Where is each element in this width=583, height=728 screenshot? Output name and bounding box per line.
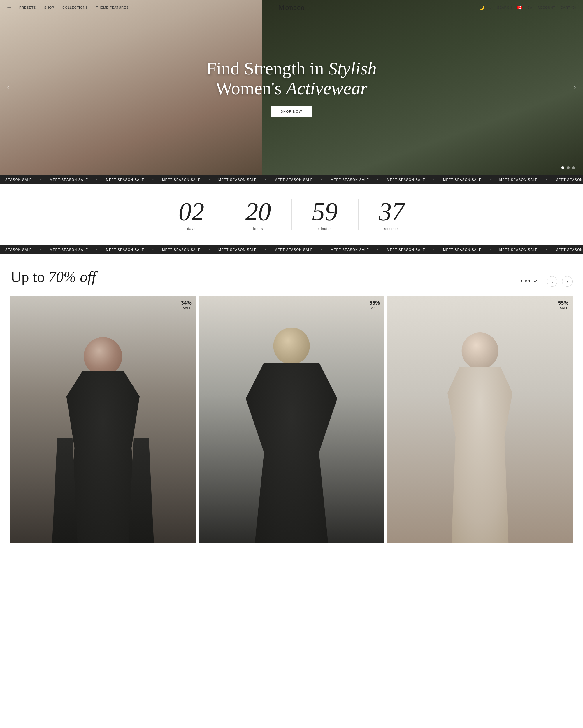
ticker-item: MEET SEASON SALE	[331, 178, 369, 181]
ticker-item: MEET SEASON SALE	[50, 178, 88, 181]
ticker-dot: •	[40, 178, 42, 181]
hero-dot-2[interactable]	[567, 166, 570, 169]
countdown-minutes-value: 59	[312, 199, 338, 225]
nav-shop[interactable]: SHOP	[44, 6, 55, 9]
sale-title-prefix: Up to	[10, 269, 48, 285]
ticker-inner-top: SEASON SALE•MEET SEASON SALE•MEET SEASON…	[0, 178, 583, 181]
ticker-item: MEET SEASON SALE	[106, 248, 144, 252]
search-icon[interactable]: ⌕	[490, 5, 492, 10]
badge-sale-2: SALE	[369, 306, 380, 309]
ticker-item: MEET SEASON SALE	[162, 248, 200, 252]
ticker-item: MEET SEASON SALE	[387, 178, 425, 181]
countdown-minutes-label: minutes	[318, 227, 332, 230]
hero-dot-1[interactable]	[561, 166, 564, 169]
hero-title: Find Strength in Stylish Women's Activew…	[206, 58, 377, 98]
ticker-dot: •	[546, 178, 547, 181]
ticker-dot: •	[546, 248, 547, 252]
nav-presets[interactable]: PRESETS	[19, 6, 36, 9]
product-badge-1: 34% SALE	[181, 300, 192, 309]
nav-collections[interactable]: COLLECTIONS	[62, 6, 88, 9]
sale-next-button[interactable]: ›	[562, 276, 573, 287]
hamburger-icon[interactable]: ☰	[7, 5, 11, 10]
product-figure-1	[52, 333, 154, 543]
sale-header: Up to 70% off SHOP SALE ‹ ›	[10, 268, 573, 287]
figure-body-2	[246, 363, 337, 543]
ticker-bottom: SEASON SALE•MEET SEASON SALE•MEET SEASON…	[0, 245, 583, 254]
sale-section: Up to 70% off SHOP SALE ‹ › 34% SALE	[0, 254, 583, 543]
ticker-dot: •	[490, 178, 491, 181]
countdown-seconds: 37 seconds	[359, 199, 425, 230]
ticker-dot: •	[377, 178, 379, 181]
hero-title-line2: Women's	[215, 78, 286, 98]
ticker-dot: •	[265, 248, 267, 252]
countdown-minutes: 59 minutes	[292, 199, 359, 230]
ticker-top: SEASON SALE•MEET SEASON SALE•MEET SEASON…	[0, 175, 583, 184]
hero-prev-button[interactable]: ‹	[5, 81, 11, 94]
nav-theme-features[interactable]: THEME FEATURES	[96, 6, 129, 9]
ticker-dot: •	[96, 248, 98, 252]
ticker-item: MEET SEASON SALE	[555, 248, 583, 252]
shop-sale-link[interactable]: SHOP SALE	[521, 279, 542, 284]
sale-prev-button[interactable]: ‹	[547, 276, 557, 287]
product-card-2[interactable]: 55% SALE	[199, 296, 384, 543]
product-badge-3: 55% SALE	[558, 300, 568, 309]
ticker-dot: •	[40, 248, 42, 252]
countdown-seconds-value: 37	[379, 199, 405, 225]
ticker-dot: •	[321, 178, 323, 181]
ticker-dot: •	[152, 248, 154, 252]
countdown-section: 02 days 20 hours 59 minutes 37 seconds	[0, 184, 583, 245]
countdown-days-label: days	[187, 227, 196, 230]
product-grid: 34% SALE 55% SALE 55%	[10, 296, 573, 543]
ticker-item: MEET SEASON SALE	[162, 178, 200, 181]
countdown-days-value: 02	[179, 199, 204, 225]
ticker-item: MEET SEASON SALE	[275, 178, 313, 181]
ticker-item: MEET SEASON SALE	[106, 178, 144, 181]
product-card-3[interactable]: 55% SALE	[387, 296, 573, 543]
ticker-item: MEET SEASON SALE	[387, 248, 425, 252]
cart-link[interactable]: CART (0)	[560, 6, 576, 9]
countdown-hours-label: hours	[253, 227, 263, 230]
hero-section: ‹ Find Strength in Stylish Women's Activ…	[0, 0, 583, 175]
dark-mode-icon[interactable]: 🌙	[479, 5, 484, 10]
ticker-dot: •	[490, 248, 491, 252]
ticker-dot: •	[96, 178, 98, 181]
hero-dot-3[interactable]	[572, 166, 575, 169]
ticker-item: MEET SEASON SALE	[50, 248, 88, 252]
badge-percent-1: 34%	[181, 300, 192, 306]
ticker-dot: •	[209, 248, 210, 252]
ticker-dot: •	[152, 178, 154, 181]
hero-title-italic2: Activewear	[286, 78, 368, 98]
badge-percent-2: 55%	[369, 300, 380, 306]
figure-head-1	[84, 337, 122, 376]
hero-title-italic1: Stylish	[329, 58, 377, 78]
nav-brand: Monaco	[278, 3, 305, 12]
region-label[interactable]: CA	[527, 6, 532, 9]
ticker-item: MEET SEASON SALE	[275, 248, 313, 252]
hero-cta-button[interactable]: SHOP NOW	[271, 106, 312, 117]
search-label[interactable]: SEARCH	[497, 6, 512, 9]
figure-arm-left-1	[52, 438, 78, 543]
hero-content: Find Strength in Stylish Women's Activew…	[200, 58, 383, 117]
ticker-item: MEET SEASON SALE	[331, 248, 369, 252]
product-card-1[interactable]: 34% SALE	[10, 296, 196, 543]
figure-arm-right-1	[129, 438, 154, 543]
brand-name[interactable]: Monaco	[278, 3, 305, 12]
ticker-item: MEET SEASON SALE	[218, 248, 257, 252]
ticker-item: MEET SEASON SALE	[555, 178, 583, 181]
ticker-dot: •	[434, 248, 435, 252]
badge-sale-1: SALE	[181, 306, 192, 309]
nav-right: 🌙 ⌕ SEARCH 🇨🇦 CA ACCOUNT CART (0)	[479, 5, 576, 10]
sale-header-right: SHOP SALE ‹ ›	[521, 276, 573, 287]
ticker-item: MEET SEASON SALE	[443, 178, 481, 181]
hero-next-button[interactable]: ›	[572, 81, 578, 94]
figure-body-3	[439, 367, 521, 543]
countdown-days: 02 days	[158, 199, 225, 230]
nav-left: ☰ PRESETS SHOP COLLECTIONS THEME FEATURE…	[7, 5, 129, 10]
countdown-hours-value: 20	[245, 199, 271, 225]
countdown-seconds-label: seconds	[384, 227, 399, 230]
ticker-dot: •	[434, 178, 435, 181]
account-link[interactable]: ACCOUNT	[537, 6, 555, 9]
ticker-dot: •	[377, 248, 379, 252]
ticker-item: MEET SEASON SALE	[499, 248, 538, 252]
ticker-dot: •	[265, 178, 267, 181]
